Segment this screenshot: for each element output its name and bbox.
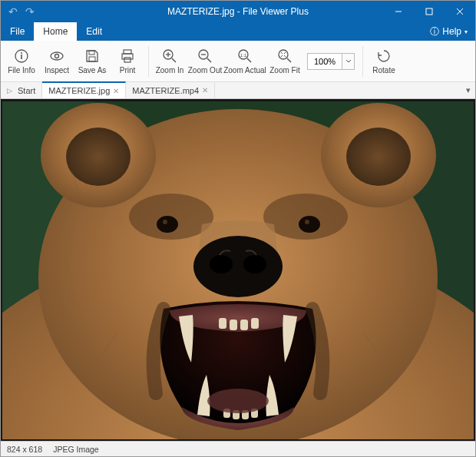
file-info-button[interactable]: File Info — [4, 43, 39, 80]
svg-rect-10 — [89, 57, 95, 61]
zoom-combobox[interactable] — [307, 53, 355, 70]
close-icon[interactable]: ✕ — [113, 87, 119, 95]
menu-file[interactable]: File — [1, 22, 34, 41]
svg-point-38 — [299, 216, 320, 233]
rotate-button[interactable]: Rotate — [366, 43, 402, 80]
svg-point-41 — [193, 236, 283, 297]
svg-point-5 — [21, 52, 22, 54]
forward-icon[interactable]: ↷ — [22, 4, 38, 19]
chevron-down-icon: ▾ — [464, 28, 468, 35]
svg-rect-9 — [89, 51, 94, 55]
preview-image — [2, 101, 474, 439]
svg-point-8 — [55, 55, 59, 58]
save-icon — [84, 48, 100, 65]
svg-rect-1 — [426, 8, 432, 15]
zoom-actual-button[interactable]: 1:1 Zoom Actual — [223, 43, 267, 80]
svg-line-25 — [287, 58, 291, 62]
svg-point-37 — [157, 216, 178, 233]
svg-point-7 — [51, 52, 63, 60]
svg-rect-47 — [251, 318, 259, 329]
svg-point-42 — [210, 255, 233, 273]
info-icon — [14, 48, 29, 65]
svg-point-34 — [346, 127, 411, 186]
menu-bar: File Home Edit ⓘ Help ▾ — [1, 22, 475, 41]
menu-help[interactable]: ⓘ Help ▾ — [422, 22, 475, 41]
close-icon[interactable]: ✕ — [202, 86, 208, 94]
svg-line-19 — [207, 58, 211, 62]
svg-point-40 — [305, 220, 309, 224]
zoom-fit-icon — [277, 48, 293, 65]
zoom-out-button[interactable]: Zoom Out — [187, 43, 223, 80]
svg-rect-11 — [124, 50, 131, 54]
rotate-icon — [376, 48, 392, 65]
svg-rect-12 — [122, 54, 133, 59]
svg-rect-13 — [124, 58, 131, 62]
print-icon — [120, 48, 135, 65]
zoom-actual-icon: 1:1 — [237, 48, 253, 65]
svg-rect-44 — [219, 318, 226, 329]
save-as-button[interactable]: Save As — [74, 43, 110, 80]
help-label: Help — [442, 26, 461, 37]
tab-mazterize-jpg[interactable]: MAZTERIZE.jpg✕ — [42, 81, 126, 98]
menu-edit[interactable]: Edit — [77, 22, 111, 41]
svg-line-15 — [172, 58, 176, 62]
zoom-input[interactable] — [308, 54, 342, 69]
separator — [362, 46, 363, 77]
maximize-button[interactable] — [414, 1, 445, 22]
svg-line-22 — [247, 58, 251, 62]
back-icon[interactable]: ↶ — [5, 4, 21, 19]
title-bar: ↶ ↷ MAZTERIZE.jpg - File Viewer Plus — [1, 1, 475, 22]
zoom-fit-button[interactable]: Zoom Fit — [267, 43, 302, 80]
tab-mazterize-mp4[interactable]: MAZTERIZE.mp4✕ — [126, 82, 215, 98]
tab-start[interactable]: Start — [1, 82, 42, 98]
zoom-in-icon — [162, 48, 177, 65]
tabs-overflow-button[interactable]: ▾ — [461, 82, 475, 98]
svg-point-32 — [66, 127, 131, 186]
status-bar: 824 x 618 JPEG Image — [1, 441, 475, 456]
chevron-down-icon[interactable] — [342, 54, 354, 69]
svg-point-43 — [243, 255, 266, 273]
document-tabs: Start MAZTERIZE.jpg✕ MAZTERIZE.mp4✕ ▾ — [1, 82, 475, 99]
svg-point-39 — [163, 220, 167, 224]
status-file-type: JPEG Image — [53, 445, 99, 454]
ribbon-toolbar: File Info Inspect Save As Print Zoom In … — [1, 41, 475, 82]
close-button[interactable] — [445, 1, 475, 22]
status-dimensions: 824 x 618 — [7, 445, 42, 454]
svg-point-52 — [207, 389, 269, 413]
svg-rect-6 — [21, 55, 22, 59]
menu-home[interactable]: Home — [34, 22, 77, 41]
zoom-in-button[interactable]: Zoom In — [152, 43, 187, 80]
inspect-button[interactable]: Inspect — [39, 43, 74, 80]
eye-icon — [49, 48, 64, 65]
minimize-button[interactable] — [383, 1, 414, 22]
svg-point-24 — [279, 50, 288, 59]
svg-rect-45 — [230, 320, 237, 330]
help-icon: ⓘ — [430, 25, 439, 38]
svg-rect-46 — [240, 320, 248, 330]
separator — [148, 46, 149, 77]
zoom-out-icon — [197, 48, 213, 65]
print-button[interactable]: Print — [110, 43, 145, 80]
svg-text:1:1: 1:1 — [240, 53, 247, 58]
image-viewport[interactable] — [1, 99, 475, 441]
